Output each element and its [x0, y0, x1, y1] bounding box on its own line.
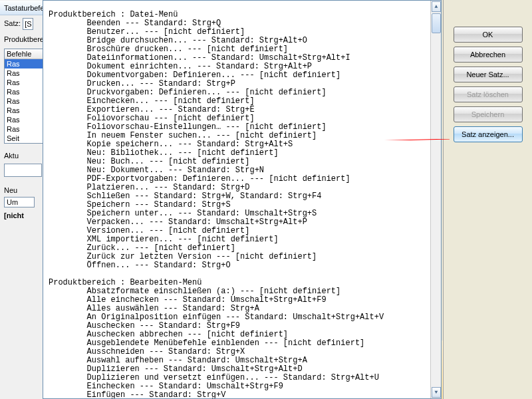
set-dropdown[interactable]: [S	[23, 18, 33, 30]
undefined-hint: [nicht	[0, 211, 46, 219]
scroll-up-button[interactable]: ▲	[432, 1, 441, 12]
cancel-button[interactable]: Abbrechen	[454, 47, 523, 63]
list-item[interactable]: Ras	[5, 68, 43, 78]
delete-set-button[interactable]: Satz löschen	[454, 86, 523, 102]
save-button[interactable]: Speichern	[454, 106, 523, 122]
commands-listbox[interactable]: Befehle Ras Ras Ras Ras Ras Ras Ras Ras …	[4, 49, 44, 144]
list-item[interactable]: Seit	[5, 134, 43, 143]
list-item[interactable]: Ras	[5, 96, 43, 106]
current-label: Aktu	[0, 149, 46, 162]
scroll-down-button[interactable]: ▼	[432, 387, 441, 398]
ok-button[interactable]: OK	[454, 27, 523, 43]
list-item[interactable]: Ras	[5, 87, 43, 96]
dialog-title: Tastaturbefehle	[0, 1, 46, 15]
set-label: Satz:	[4, 19, 21, 27]
list-item[interactable]: Ras	[5, 124, 43, 134]
scroll-thumb[interactable]	[432, 13, 441, 33]
report-text: Produktbereich : Datei-Menü Beenden --- …	[49, 11, 441, 399]
scroll-track[interactable]	[431, 34, 441, 386]
shortcuts-report-pane: Produktbereich : Datei-Menü Beenden --- …	[43, 0, 442, 399]
list-item[interactable]: Ras	[5, 106, 43, 115]
dialog-button-panel: OK Abbrechen Neuer Satz... Satz löschen …	[443, 0, 532, 399]
annotation-arrow	[319, 139, 452, 140]
shortcuts-dialog-fragment: Tastaturbefehle Satz: [S Produktbereich …	[0, 0, 47, 399]
product-area-label: Produktbereich	[0, 33, 46, 46]
vertical-scrollbar[interactable]: ▲ ▼	[430, 1, 441, 398]
context-dropdown[interactable]: Um	[4, 197, 35, 207]
current-shortcut-field[interactable]	[4, 164, 42, 177]
svg-line-0	[319, 139, 450, 140]
list-item[interactable]: Ras	[5, 78, 43, 87]
commands-header: Befehle	[5, 49, 43, 59]
show-set-button[interactable]: Satz anzeigen...	[454, 126, 523, 142]
new-set-button[interactable]: Neuer Satz...	[454, 66, 523, 82]
new-shortcut-label: Neu	[0, 184, 46, 197]
list-item[interactable]: Ras	[5, 59, 43, 68]
list-item[interactable]: Ras	[5, 115, 43, 124]
